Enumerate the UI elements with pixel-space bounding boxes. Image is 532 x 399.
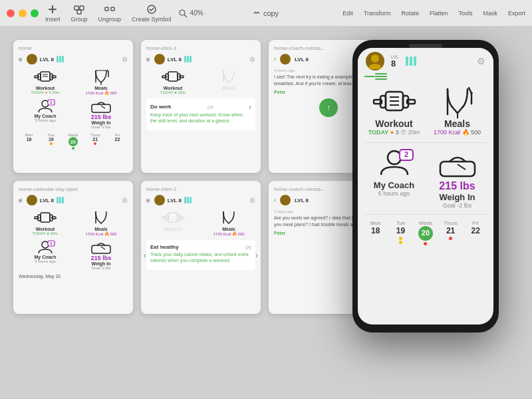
canvas-area: home ≡ LVL 8 ⚙ Workout TODAY ● 3 20m	[0, 27, 532, 399]
avatar-2	[154, 54, 165, 65]
phone-workout-meals-row: Workout TODAY ● 3 ⏱ 20m	[358, 81, 493, 140]
zoom-control: 40%	[178, 9, 203, 18]
card-home: home ≡ LVL 8 ⚙ Workout TODAY ● 3 20m	[13, 40, 133, 173]
meals-icon-4	[74, 208, 128, 227]
meals-label-5: Meals	[202, 227, 255, 231]
meals-sub: 1700 Kcal 🔥 500	[74, 90, 128, 95]
menu-icon-5: ≡	[146, 197, 150, 204]
coach-item: 2 My Coach 5 hours ago	[19, 99, 72, 129]
gear-icon-4[interactable]: ⚙	[122, 197, 128, 204]
phone-calendar-row: Mon 18 Tue 19 Weds 20 Thurs 21	[358, 217, 493, 248]
weighin-icon	[74, 99, 128, 114]
avatar-6	[280, 195, 291, 205]
meals-item: Meals 1700 Kcal 🔥 500	[74, 67, 128, 95]
calendar-date-label: Wednesday, May 20	[19, 274, 128, 279]
cw-row-4: 2 My Coach 5 hours ago 215 lbs Weigh In …	[19, 240, 128, 270]
svg-line-9	[184, 15, 187, 17]
workout-label-2: Workout	[146, 86, 200, 90]
svg-point-8	[180, 10, 185, 15]
svg-line-64	[458, 164, 466, 170]
workout-item-5: Workout	[146, 208, 200, 236]
weighin-weight-4: 215 lbs	[74, 255, 128, 261]
coach-label-4: My Coach	[19, 255, 72, 259]
svg-line-41	[101, 247, 105, 249]
svg-rect-23	[92, 104, 110, 112]
task-progress-2: 3/5	[245, 245, 251, 250]
window-title: copy	[253, 9, 279, 17]
lvl-4: LVL 8	[40, 198, 54, 203]
avatar-3	[280, 54, 291, 65]
meals-item-2: Meals	[202, 67, 255, 94]
group-tool[interactable]: Group	[71, 3, 88, 23]
phone-cal-thurs: Thurs 21	[440, 220, 462, 245]
insert-tool[interactable]: Insert	[45, 3, 61, 23]
coach-icon: 2	[19, 99, 72, 114]
workout-item-4: Workout TODAY ● 20m	[19, 208, 72, 236]
cal-mon: Mon 18	[19, 133, 39, 150]
phone-gear-icon[interactable]: ⚙	[477, 56, 485, 66]
workout-sub: TODAY ● 3 20m	[19, 90, 72, 94]
workout-sub-2: TODAY ● 20m	[146, 90, 200, 94]
meals-label: Meals	[74, 86, 128, 90]
gear-icon-2[interactable]: ⚙	[249, 56, 255, 63]
card-home-calendar: home-calendar-day-open ≡ LVL 8 ⚙ Workout…	[13, 181, 133, 314]
svg-rect-29	[168, 72, 178, 81]
lvl-label-3: LVL 8	[295, 57, 309, 63]
gear-icon-5[interactable]: ⚙	[249, 197, 255, 204]
prev-arrow[interactable]: ‹	[144, 251, 146, 260]
weighin-item-4: 215 lbs Weigh In Goal -2 lbs	[74, 240, 128, 270]
phone-divider-2	[364, 214, 487, 215]
cal-fri: Fri 22	[107, 133, 128, 150]
phone-workout-sub: TODAY ● 3 ⏱ 20m	[364, 129, 424, 136]
svg-rect-46	[168, 213, 178, 222]
workout-label-4: Workout	[19, 227, 72, 231]
phone-cal-tue: Tue 19	[390, 220, 412, 245]
meals-icon	[74, 67, 128, 86]
task-arrow[interactable]: ›	[249, 102, 251, 112]
weighin-label-4: Weigh In	[74, 261, 128, 266]
lvl-6: LVL 8	[295, 198, 309, 203]
menu-icon: ≡	[19, 56, 23, 63]
phone-lvl: 8	[391, 59, 399, 68]
cards-grid: home ≡ LVL 8 ⚙ Workout TODAY ● 3 20m	[13, 40, 388, 314]
app-header-2: ≡ LVL 8 ⚙	[146, 54, 255, 65]
phone-cal-weds: Weds 20	[414, 220, 437, 245]
xp-bars-2	[184, 56, 192, 63]
svg-line-24	[101, 106, 105, 108]
back-button[interactable]: ‹	[274, 56, 276, 63]
card-calendar-label: home-calendar-day-open	[19, 186, 128, 192]
svg-rect-1	[52, 5, 53, 13]
ungroup-tool[interactable]: Ungroup	[98, 3, 122, 23]
task-progress: 1/5	[207, 105, 213, 110]
zoom-button[interactable]	[31, 9, 39, 17]
gear-icon[interactable]: ⚙	[122, 56, 128, 63]
svg-rect-6	[111, 7, 114, 11]
workout-icon-5	[146, 208, 200, 227]
app-header: ≡ LVL 8 ⚙	[19, 54, 128, 65]
coach-sub-4: 5 hours ago	[19, 259, 72, 263]
weighin-sub-4: Goal -2 lbs	[74, 266, 128, 270]
phone-workout-label: Workout	[364, 118, 424, 129]
phone-mockup: LVL 8 ⚙	[352, 40, 499, 332]
task-title-2: Eat healthy	[150, 244, 179, 250]
create-symbol-tool[interactable]: Create Symbol	[132, 3, 172, 23]
workout-icon	[19, 67, 72, 86]
back-button-2[interactable]: ‹	[274, 197, 276, 203]
close-button[interactable]	[7, 9, 15, 17]
card-home-label: home	[19, 45, 128, 51]
minimize-button[interactable]	[19, 9, 27, 17]
share-button[interactable]: ↑	[319, 98, 338, 117]
phone-hamburger	[364, 76, 375, 77]
svg-rect-40	[92, 245, 110, 253]
phone-weighin-sub: Goal -2 lbs	[428, 202, 487, 209]
next-arrow[interactable]: ›	[255, 251, 258, 260]
card-intro2-label: home-intro-2	[146, 186, 255, 192]
phone-weighin-label: Weigh In	[428, 192, 487, 202]
svg-rect-63	[440, 162, 475, 176]
phone-xp-bars	[406, 57, 416, 66]
workout-meals-row-2: Workout TODAY ● 20m Meals	[146, 67, 255, 94]
app-header-5: ≡ LVL 8 ⚙	[146, 195, 255, 205]
phone-avatar	[366, 52, 384, 70]
workout-item: Workout TODAY ● 3 20m	[19, 67, 72, 95]
coach-icon-4: 2	[19, 240, 72, 255]
